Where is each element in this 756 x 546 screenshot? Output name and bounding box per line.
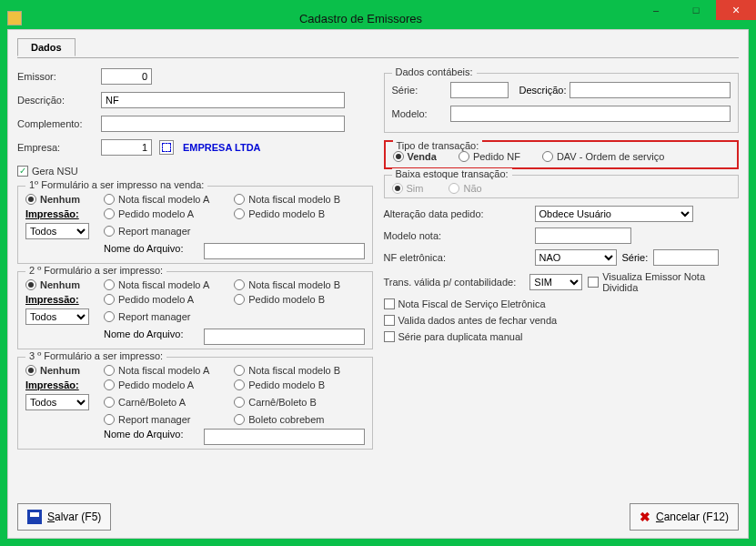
fs1-nenhum[interactable]: Nenhum xyxy=(25,194,104,205)
visualiza-emissor-checkbox[interactable]: Visualiza Emissor Nota Dividida xyxy=(588,271,739,293)
tipo-pedido-nf[interactable]: Pedido NF xyxy=(459,151,520,162)
trans-select[interactable]: SIM xyxy=(529,274,582,290)
baixa-sim: Sim xyxy=(392,183,424,194)
fs3-ca[interactable]: Carnê/Boleto A xyxy=(104,397,227,408)
save-icon xyxy=(27,510,42,524)
desc-contab-input[interactable] xyxy=(570,82,731,98)
complemento-input[interactable] xyxy=(101,116,345,132)
fs1-rm[interactable]: Report manager xyxy=(104,226,227,237)
empresa-lookup-button[interactable] xyxy=(159,140,174,155)
fs3-nfb[interactable]: Nota fiscal modelo B xyxy=(234,365,358,376)
modelo-nota-label: Modelo nota: xyxy=(384,230,529,241)
fs1-pb[interactable]: Pedido modelo B xyxy=(234,208,358,219)
tipo-transacao-highlight: Tipo de transação: Venda Pedido NF DAV -… xyxy=(384,140,740,169)
close-button[interactable]: × xyxy=(716,0,756,20)
emissor-input[interactable] xyxy=(101,68,152,85)
fs2-pa[interactable]: Pedido modelo A xyxy=(104,294,227,305)
fs2-arquivo-label: Nome do Arquivo: xyxy=(104,329,195,345)
complemento-label: Complemento: xyxy=(17,118,97,129)
app-icon xyxy=(7,11,22,25)
formulario2-group: 2 º Formulário a ser impresso: Nenhum No… xyxy=(17,271,373,349)
fs2-nfa[interactable]: Nota fiscal modelo A xyxy=(104,279,227,290)
fs3-impressao-label: Impressão: xyxy=(25,379,104,390)
cancelar-button[interactable]: ✖ Cancelar (F12) xyxy=(630,503,739,531)
serie2-label: Série: xyxy=(622,252,649,263)
fs1-arquivo-label: Nome do Arquivo: xyxy=(104,243,195,259)
minimize-button[interactable]: – xyxy=(636,0,676,20)
fs3-nfa[interactable]: Nota fiscal modelo A xyxy=(104,365,227,376)
fs3-nenhum[interactable]: Nenhum xyxy=(25,365,104,376)
formulario3-group: 3 º Formulário a ser impresso: Nenhum No… xyxy=(17,357,373,450)
baixa-estoque-group: Baixa estoque transação: Sim Não xyxy=(384,175,740,198)
serie-duplicata-checkbox[interactable]: Série para duplicata manual xyxy=(384,331,523,342)
alt-data-label: Alteração data pedido: xyxy=(384,208,529,219)
gera-nsu-checkbox[interactable]: Gera NSU xyxy=(17,166,78,177)
serie2-input[interactable] xyxy=(653,249,719,266)
cancel-icon: ✖ xyxy=(640,510,650,524)
empresa-name: EMPRESA LTDA xyxy=(183,142,261,153)
trans-label: Trans. válida p/ contabilidade: xyxy=(384,277,525,288)
salvar-button[interactable]: Salvar (F5) xyxy=(17,503,111,531)
fs3-arquivo-input[interactable] xyxy=(204,429,365,445)
fs3-pa[interactable]: Pedido modelo A xyxy=(104,379,227,390)
descricao-label: Descrição: xyxy=(17,95,97,106)
empresa-input[interactable] xyxy=(101,139,152,156)
modelo-nota-input[interactable] xyxy=(535,228,631,244)
alt-data-select[interactable]: Obdece Usuário xyxy=(535,206,693,222)
modelo-input[interactable] xyxy=(450,106,731,122)
formulario1-group: 1º Formulário a ser impresso na venda: N… xyxy=(17,186,373,264)
fs1-nfb[interactable]: Nota fiscal modelo B xyxy=(234,194,358,205)
fs2-impressao-label: Impressão: xyxy=(25,294,104,305)
fs2-impressao-select[interactable]: Todos xyxy=(25,308,89,325)
fs1-nfa[interactable]: Nota fiscal modelo A xyxy=(104,194,227,205)
valida-dados-checkbox[interactable]: Valida dados antes de fechar venda xyxy=(384,315,558,326)
fs2-nfb[interactable]: Nota fiscal modelo B xyxy=(234,279,358,290)
fs3-pb[interactable]: Pedido modelo B xyxy=(234,379,358,390)
fs3-cb[interactable]: Carnê/Boleto B xyxy=(234,397,358,408)
serie-input[interactable] xyxy=(450,82,509,98)
serie-label: Série: xyxy=(392,85,447,96)
tipo-dav[interactable]: DAV - Ordem de serviço xyxy=(542,151,664,162)
modelo-label: Modelo: xyxy=(392,108,447,119)
empresa-label: Empresa: xyxy=(17,142,97,153)
fs1-impressao-label: Impressão: xyxy=(25,208,104,219)
tipo-venda[interactable]: Venda xyxy=(393,151,437,162)
desc-contab-label: Descrição: xyxy=(519,85,567,96)
fs2-pb[interactable]: Pedido modelo B xyxy=(234,294,358,305)
emissor-label: Emissor: xyxy=(17,71,97,82)
dados-contabeis-group: Dados contábeis: Série: Descrição: Model… xyxy=(384,73,740,133)
nfe-select[interactable]: NAO xyxy=(535,249,617,266)
tab-dados[interactable]: Dados xyxy=(17,38,76,56)
fs3-rm[interactable]: Report manager xyxy=(104,414,227,425)
fs3-bc[interactable]: Boleto cobrebem xyxy=(234,414,358,425)
fs1-arquivo-input[interactable] xyxy=(204,243,365,259)
fs2-rm[interactable]: Report manager xyxy=(104,311,227,322)
fs2-nenhum[interactable]: Nenhum xyxy=(25,279,104,290)
fs1-pa[interactable]: Pedido modelo A xyxy=(104,208,227,219)
fs2-arquivo-input[interactable] xyxy=(204,329,365,345)
maximize-button[interactable]: □ xyxy=(676,0,716,20)
nfe-label: NF eletrônica: xyxy=(384,252,529,263)
nfs-eletronica-checkbox[interactable]: Nota Fiscal de Serviço Eletrônica xyxy=(384,298,546,309)
fs3-impressao-select[interactable]: Todos xyxy=(25,394,89,410)
descricao-input[interactable] xyxy=(101,92,345,108)
fs3-arquivo-label: Nome do Arquivo: xyxy=(104,429,195,445)
baixa-nao: Não xyxy=(449,183,481,194)
fs1-impressao-select[interactable]: Todos xyxy=(25,223,89,239)
